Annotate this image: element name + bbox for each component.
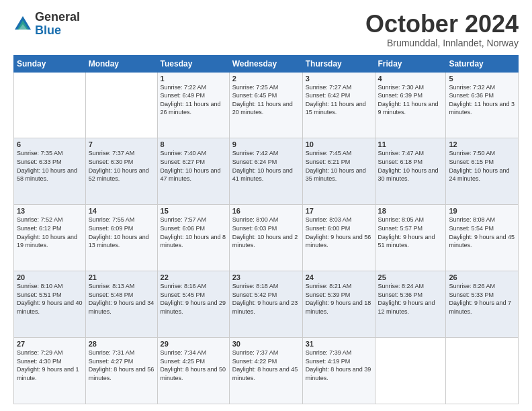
col-friday: Friday [375,55,446,72]
calendar-cell: 14Sunrise: 7:55 AM Sunset: 6:09 PM Dayli… [85,205,157,271]
logo: General Blue [13,11,80,38]
day-number: 25 [378,273,443,281]
header: General Blue October 2024 Brumunddal, In… [13,11,519,48]
calendar-week-3: 13Sunrise: 7:52 AM Sunset: 6:12 PM Dayli… [14,205,519,271]
calendar-cell: 7Sunrise: 7:37 AM Sunset: 6:30 PM Daylig… [85,138,157,205]
day-info: Sunrise: 7:32 AM Sunset: 6:36 PM Dayligh… [449,83,515,117]
calendar-cell: 11Sunrise: 7:47 AM Sunset: 6:18 PM Dayli… [375,138,446,205]
day-number: 4 [378,75,443,83]
calendar-cell: 12Sunrise: 7:50 AM Sunset: 6:15 PM Dayli… [446,138,519,205]
day-info: Sunrise: 7:30 AM Sunset: 6:39 PM Dayligh… [378,83,443,117]
calendar-cell: 19Sunrise: 8:08 AM Sunset: 5:54 PM Dayli… [446,205,519,271]
calendar-cell: 13Sunrise: 7:52 AM Sunset: 6:12 PM Dayli… [14,205,86,271]
day-info: Sunrise: 8:08 AM Sunset: 5:54 PM Dayligh… [449,216,515,249]
calendar-cell: 28Sunrise: 7:31 AM Sunset: 4:27 PM Dayli… [85,338,157,404]
day-info: Sunrise: 7:31 AM Sunset: 4:27 PM Dayligh… [89,349,154,382]
day-number: 30 [232,340,300,348]
day-number: 3 [306,75,372,83]
day-number: 28 [89,340,154,348]
day-number: 2 [232,75,300,83]
day-info: Sunrise: 7:37 AM Sunset: 6:30 PM Dayligh… [89,149,154,183]
day-info: Sunrise: 8:16 AM Sunset: 5:45 PM Dayligh… [161,282,226,316]
day-info: Sunrise: 7:39 AM Sunset: 4:19 PM Dayligh… [306,349,372,382]
day-info: Sunrise: 7:55 AM Sunset: 6:09 PM Dayligh… [89,216,154,249]
day-info: Sunrise: 7:22 AM Sunset: 6:49 PM Dayligh… [161,83,226,117]
calendar-cell: 18Sunrise: 8:05 AM Sunset: 5:57 PM Dayli… [375,205,446,271]
calendar-week-4: 20Sunrise: 8:10 AM Sunset: 5:51 PM Dayli… [14,271,519,338]
day-number: 10 [306,140,372,148]
day-number: 21 [89,273,154,281]
calendar-week-5: 27Sunrise: 7:29 AM Sunset: 4:30 PM Dayli… [14,338,519,404]
calendar-cell: 30Sunrise: 7:37 AM Sunset: 4:22 PM Dayli… [229,338,302,404]
col-saturday: Saturday [446,55,519,72]
location: Brumunddal, Innlandet, Norway [365,38,519,48]
page: General Blue October 2024 Brumunddal, In… [0,0,532,411]
day-number: 29 [161,340,226,348]
day-info: Sunrise: 7:25 AM Sunset: 6:45 PM Dayligh… [232,83,300,117]
day-info: Sunrise: 7:57 AM Sunset: 6:06 PM Dayligh… [161,216,226,249]
day-info: Sunrise: 7:47 AM Sunset: 6:18 PM Dayligh… [378,149,443,183]
calendar-cell: 1Sunrise: 7:22 AM Sunset: 6:49 PM Daylig… [157,72,229,138]
day-info: Sunrise: 8:03 AM Sunset: 6:00 PM Dayligh… [306,216,372,249]
day-info: Sunrise: 7:27 AM Sunset: 6:42 PM Dayligh… [306,83,372,117]
day-number: 19 [449,207,515,215]
day-number: 22 [161,273,226,281]
calendar-cell [375,338,446,404]
calendar-cell: 26Sunrise: 8:26 AM Sunset: 5:33 PM Dayli… [446,271,519,338]
day-number: 17 [306,207,372,215]
calendar-cell: 25Sunrise: 8:24 AM Sunset: 5:36 PM Dayli… [375,271,446,338]
day-number: 18 [378,207,443,215]
calendar-body: 1Sunrise: 7:22 AM Sunset: 6:49 PM Daylig… [14,72,519,404]
day-info: Sunrise: 7:50 AM Sunset: 6:15 PM Dayligh… [449,149,515,183]
logo-text: General Blue [35,11,80,38]
calendar-cell [85,72,157,138]
calendar-header: Sunday Monday Tuesday Wednesday Thursday… [14,55,519,72]
calendar-cell: 3Sunrise: 7:27 AM Sunset: 6:42 PM Daylig… [302,72,375,138]
day-number: 16 [232,207,300,215]
day-number: 27 [17,340,83,348]
title-block: October 2024 Brumunddal, Innlandet, Norw… [365,11,519,48]
day-number: 24 [306,273,372,281]
day-info: Sunrise: 8:26 AM Sunset: 5:33 PM Dayligh… [449,282,515,316]
day-number: 12 [449,140,515,148]
col-sunday: Sunday [14,55,86,72]
day-number: 9 [232,140,300,148]
calendar-cell: 27Sunrise: 7:29 AM Sunset: 4:30 PM Dayli… [14,338,86,404]
calendar-table: Sunday Monday Tuesday Wednesday Thursday… [13,55,519,404]
logo-icon [13,15,32,34]
day-number: 20 [17,273,83,281]
calendar-cell: 31Sunrise: 7:39 AM Sunset: 4:19 PM Dayli… [302,338,375,404]
day-info: Sunrise: 8:21 AM Sunset: 5:39 PM Dayligh… [306,282,372,316]
day-info: Sunrise: 8:05 AM Sunset: 5:57 PM Dayligh… [378,216,443,249]
day-info: Sunrise: 7:52 AM Sunset: 6:12 PM Dayligh… [17,216,83,249]
calendar-cell: 9Sunrise: 7:42 AM Sunset: 6:24 PM Daylig… [229,138,302,205]
day-number: 7 [89,140,154,148]
header-row: Sunday Monday Tuesday Wednesday Thursday… [14,55,519,72]
day-info: Sunrise: 7:35 AM Sunset: 6:33 PM Dayligh… [17,149,83,183]
day-number: 8 [161,140,226,148]
calendar-cell: 24Sunrise: 8:21 AM Sunset: 5:39 PM Dayli… [302,271,375,338]
day-info: Sunrise: 8:18 AM Sunset: 5:42 PM Dayligh… [232,282,300,316]
logo-general: General [35,11,80,24]
calendar-cell: 17Sunrise: 8:03 AM Sunset: 6:00 PM Dayli… [302,205,375,271]
day-number: 1 [161,75,226,83]
day-info: Sunrise: 7:34 AM Sunset: 4:25 PM Dayligh… [161,349,226,382]
calendar-cell: 20Sunrise: 8:10 AM Sunset: 5:51 PM Dayli… [14,271,86,338]
day-info: Sunrise: 8:13 AM Sunset: 5:48 PM Dayligh… [89,282,154,316]
calendar-cell: 10Sunrise: 7:45 AM Sunset: 6:21 PM Dayli… [302,138,375,205]
calendar-cell: 16Sunrise: 8:00 AM Sunset: 6:03 PM Dayli… [229,205,302,271]
day-number: 23 [232,273,300,281]
calendar-cell: 6Sunrise: 7:35 AM Sunset: 6:33 PM Daylig… [14,138,86,205]
day-info: Sunrise: 8:24 AM Sunset: 5:36 PM Dayligh… [378,282,443,316]
day-number: 11 [378,140,443,148]
day-info: Sunrise: 7:40 AM Sunset: 6:27 PM Dayligh… [161,149,226,183]
col-wednesday: Wednesday [229,55,302,72]
calendar-cell: 8Sunrise: 7:40 AM Sunset: 6:27 PM Daylig… [157,138,229,205]
day-number: 31 [306,340,372,348]
logo-blue: Blue [35,24,80,38]
day-info: Sunrise: 7:42 AM Sunset: 6:24 PM Dayligh… [232,149,300,183]
day-number: 5 [449,75,515,83]
calendar-cell: 29Sunrise: 7:34 AM Sunset: 4:25 PM Dayli… [157,338,229,404]
day-number: 6 [17,140,83,148]
day-number: 14 [89,207,154,215]
